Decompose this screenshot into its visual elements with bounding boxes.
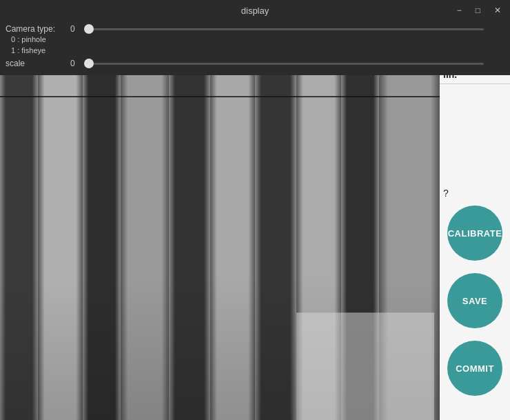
window-controls: − □ ✕ bbox=[453, 5, 504, 16]
save-button[interactable]: SAVE bbox=[447, 273, 502, 328]
option-0-label: 0 : pinhole bbox=[11, 35, 46, 43]
option-0-row: 0 : pinhole bbox=[6, 35, 504, 45]
window-title: display bbox=[241, 6, 269, 16]
panel-divider bbox=[440, 83, 510, 84]
option-1-label: 1 : fisheye bbox=[11, 46, 45, 54]
camera-type-value: 0 bbox=[70, 24, 84, 34]
title-bar: display − □ ✕ bbox=[0, 0, 510, 21]
main-content: lin. ? CALIBRATE SAVE COMMIT bbox=[0, 62, 510, 420]
camera-type-label: Camera type: bbox=[6, 24, 68, 34]
minimize-button[interactable]: − bbox=[453, 5, 465, 16]
scale-label: scale bbox=[6, 59, 68, 68]
scale-value: 0 bbox=[70, 59, 84, 68]
close-button[interactable]: ✕ bbox=[491, 5, 504, 16]
right-panel: lin. ? CALIBRATE SAVE COMMIT bbox=[440, 62, 510, 420]
camera-type-slider-container bbox=[84, 28, 504, 30]
scale-slider-container bbox=[84, 63, 504, 65]
horizontal-line bbox=[0, 97, 440, 97]
option-1-row: 1 : fisheye bbox=[6, 46, 504, 56]
commit-button[interactable]: COMMIT bbox=[447, 341, 502, 396]
panel-text-q: ? bbox=[443, 188, 449, 199]
camera-type-slider[interactable] bbox=[84, 28, 484, 30]
camera-type-row: Camera type: 0 bbox=[6, 24, 504, 34]
camera-view bbox=[0, 62, 440, 420]
scale-row: scale 0 bbox=[6, 59, 504, 68]
controls-panel: Camera type: 0 0 : pinhole 1 : fisheye s… bbox=[0, 21, 510, 75]
checker-canvas bbox=[0, 62, 440, 420]
scale-slider[interactable] bbox=[84, 63, 484, 65]
maximize-button[interactable]: □ bbox=[472, 5, 484, 16]
calibrate-button[interactable]: CALIBRATE bbox=[447, 206, 502, 261]
